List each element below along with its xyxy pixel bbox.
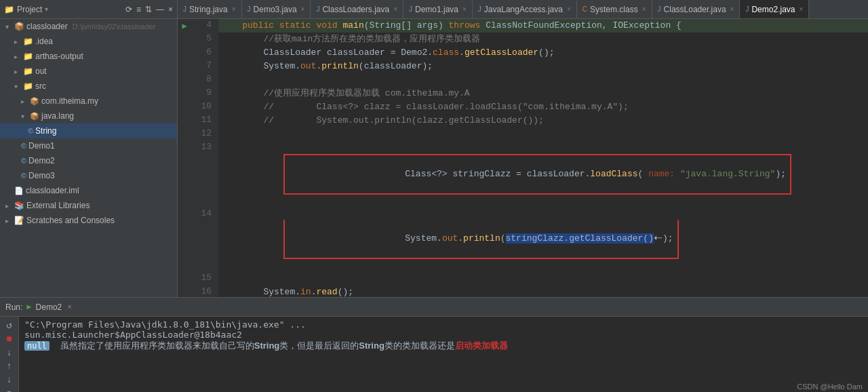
sidebar-item-label: Demo2 [28, 156, 55, 165]
tab-label: System.class [590, 5, 638, 14]
sidebar-item-label: Demo3 [28, 171, 55, 180]
sync-icon[interactable]: ⟳ [125, 5, 132, 14]
tab-label: String.java [189, 5, 228, 14]
java-file-icon: © [21, 142, 26, 150]
project-icon: 📦 [14, 22, 24, 31]
settings-icon[interactable]: — [156, 5, 164, 14]
line-content [218, 73, 868, 87]
table-row: 5 //获取main方法所在类的类加载器，应用程序类加载器 [178, 33, 868, 46]
table-row: 9 //使用应用程序类加载器加载 com.itheima.my.A [178, 87, 868, 100]
run-tab-close[interactable]: × [67, 303, 72, 311]
sort-icon[interactable]: ≡ [136, 5, 141, 14]
rerun-icon[interactable]: ↺ [6, 319, 12, 331]
line-number: 4 [191, 19, 218, 33]
project-label[interactable]: Project [17, 5, 42, 14]
tab-close-icon[interactable]: × [799, 5, 803, 13]
code-area[interactable]: ▶ 4 public static void main(String[] arg… [178, 19, 868, 297]
tab-close-icon[interactable]: × [567, 5, 571, 13]
java-icon: J [316, 5, 319, 13]
tab-system-class[interactable]: C System.class × [577, 0, 652, 18]
line-content: Class<?> stringClazz = classLoader.loadC… [218, 141, 868, 208]
line-content: //获取main方法所在类的类加载器，应用程序类加载器 [218, 33, 868, 46]
line-number: 13 [191, 141, 218, 208]
sidebar-item-arthas[interactable]: 📁 arthas-output [0, 49, 177, 64]
folder-icon: 📁 [23, 81, 33, 91]
class-icon: C [583, 5, 587, 13]
line-number: 5 [191, 33, 218, 46]
line-number: 12 [191, 128, 218, 141]
table-row: 8 [178, 73, 868, 87]
tab-close-icon[interactable]: × [730, 5, 734, 13]
tab-close-icon[interactable]: × [462, 5, 467, 13]
run-arrow [178, 114, 191, 128]
tab-close-icon[interactable]: × [642, 5, 646, 13]
bottom-section: Run: ▶ Demo2 × ↺ ■ ↓ ↑ ↓ ⚙ "C:\Program F… [0, 297, 868, 392]
run-arrow: ▶ [178, 19, 191, 33]
sidebar-item-label: arthas-output [35, 52, 83, 61]
java-icon: J [478, 5, 481, 13]
tab-string-java[interactable]: J String.java × [178, 0, 242, 18]
sidebar-item-scratches[interactable]: 📝 Scratches and Consoles [0, 213, 177, 228]
tab-javalangaccess-java[interactable]: J JavaLangAccess.java × [473, 0, 577, 18]
project-dropdown-icon[interactable]: ▾ [45, 5, 48, 13]
stop-icon[interactable]: ■ [6, 334, 12, 345]
sidebar-item-label: External Libraries [26, 201, 90, 210]
sidebar-item-iml[interactable]: 📄 classloader.iml [0, 183, 177, 198]
java-file-icon: © [28, 127, 33, 135]
tab-demo2-java[interactable]: J Demo2.java × [740, 0, 809, 18]
tab-demo3-java[interactable]: J Demo3.java × [242, 0, 311, 18]
arrow-icon [14, 83, 21, 90]
down-icon[interactable]: ↓ [6, 374, 12, 385]
sidebar-item-src[interactable]: 📁 src [0, 79, 177, 94]
table-row: 16 System.in.read(); [178, 286, 868, 297]
sidebar-item-out[interactable]: 📁 out [0, 64, 177, 79]
tab-classloader-java[interactable]: J ClassLoader.java × [652, 0, 741, 18]
java-file-icon: © [21, 157, 26, 165]
sidebar-item-demo1[interactable]: © Demo1 [0, 138, 177, 153]
scroll-icon[interactable]: ↓ [6, 347, 12, 358]
sidebar-item-com[interactable]: 📦 com.itheima.my [0, 94, 177, 109]
tab-classloaders-java[interactable]: J ClassLoaders.java × [311, 0, 403, 18]
java-icon: J [745, 5, 749, 13]
project-icon: 📁 [4, 5, 14, 14]
sidebar-item-javalang[interactable]: 📦 java.lang [0, 109, 177, 123]
table-row: 6 ClassLoader classLoader = Demo2.class.… [178, 46, 868, 60]
sidebar-item-idea[interactable]: 📁 .idea [0, 34, 177, 49]
run-body: ↺ ■ ↓ ↑ ↓ ⚙ "C:\Program Files\Java\jdk1.… [0, 317, 868, 392]
sidebar-item-demo2[interactable]: © Demo2 [0, 153, 177, 168]
csdn-credit: CSDN @Hello Dam [797, 383, 863, 391]
run-arrow [178, 33, 191, 46]
sidebar-item-demo3[interactable]: © Demo3 [0, 168, 177, 183]
run-arrow [178, 141, 191, 208]
tab-close-icon[interactable]: × [232, 5, 236, 13]
output-text1: sun.misc.Launcher$AppClassLoader@18b4aac… [24, 330, 242, 340]
tab-label: Demo3.java [254, 5, 297, 14]
settings-icon[interactable]: ⚙ [6, 388, 12, 392]
collapse-icon[interactable]: ⇅ [145, 5, 152, 14]
output-line2: null 虽然指定了使用应用程序类加载器来加载自己写的String类，但是最后返… [24, 340, 863, 352]
tab-label: ClassLoader.java [664, 5, 726, 14]
run-arrow [178, 272, 191, 286]
tab-demo1-java[interactable]: J Demo1.java × [403, 0, 473, 18]
sidebar-item-external-libs[interactable]: 📚 External Libraries [0, 198, 177, 213]
run-header: Run: ▶ Demo2 × [0, 298, 868, 317]
sidebar-item-label: com.itheima.my [41, 96, 98, 106]
tab-close-icon[interactable]: × [393, 5, 397, 13]
sidebar-item-string[interactable]: © String [0, 123, 177, 138]
tab-close-icon[interactable]: × [301, 5, 305, 13]
line-number: 7 [191, 60, 218, 73]
sidebar-item-project[interactable]: 📦 classloader D:\jvm\day02\classloader [0, 19, 177, 34]
output-line1: sun.misc.Launcher$AppClassLoader@18b4aac… [24, 330, 863, 340]
line-number: 14 [191, 208, 218, 272]
table-row: ▶ 4 public static void main(String[] arg… [178, 19, 868, 33]
sidebar-item-scratches-label: Scratches and Consoles [26, 216, 115, 225]
java-file-icon: © [21, 172, 26, 180]
folder-icon: 📁 [23, 52, 33, 61]
close-panel-icon[interactable]: × [168, 5, 173, 14]
table-row: 10 // Class<?> clazz = classLoader.loadC… [178, 100, 868, 114]
arrow-icon [5, 217, 12, 224]
line-content [218, 272, 868, 286]
up-icon[interactable]: ↑ [6, 361, 12, 372]
run-tab-label[interactable]: Demo2 [36, 302, 62, 312]
sidebar-project-label: classloader [26, 22, 68, 31]
